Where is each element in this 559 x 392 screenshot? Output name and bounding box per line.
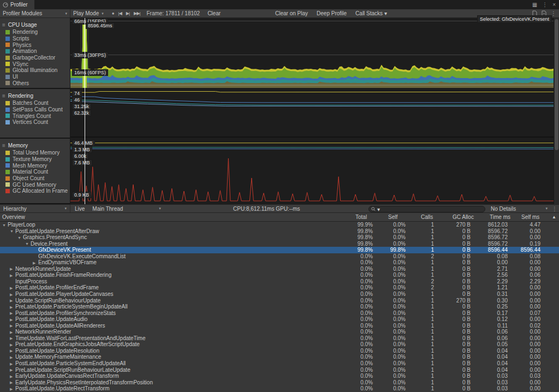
tree-expand-icon[interactable]: ▶ xyxy=(10,342,13,348)
call-stacks-dropdown[interactable]: Call Stacks ▾ xyxy=(355,10,387,16)
tree-collapse-icon[interactable]: ▼ xyxy=(10,228,14,235)
sort-ascending-icon[interactable]: ▲ xyxy=(552,215,556,219)
tree-expand-icon[interactable]: ▶ xyxy=(10,329,13,336)
tree-expand-icon[interactable]: ▶ xyxy=(10,348,13,354)
module-header[interactable]: ≡CPU Usage xyxy=(0,20,70,29)
module-counter-item[interactable]: Triangles Count xyxy=(0,112,70,119)
column-self[interactable]: Self xyxy=(388,214,397,220)
hierarchy-kebab-icon[interactable]: ⋮ xyxy=(552,206,557,212)
table-row[interactable]: ▼Device.Present99.8%0.0%10 B8596.720.19 xyxy=(0,241,559,247)
table-row[interactable]: ▶EarlyUpdate.PhysicsResetInterpolatedTra… xyxy=(0,379,559,386)
rendering-chart[interactable]: 744631.25k62.32k xyxy=(70,89,554,138)
tree-collapse-icon[interactable]: ▼ xyxy=(17,235,21,241)
table-row[interactable]: ▶EndDynamicVBOFrame0.0%0.0%10 B0.000.00 xyxy=(0,259,559,266)
live-toggle[interactable]: Live xyxy=(70,206,89,212)
tree-collapse-icon[interactable]: ▼ xyxy=(25,241,29,247)
search-filter-caret-icon[interactable]: ▾ xyxy=(377,206,380,212)
table-row[interactable]: ▶TimeUpdate.WaitForLastPresentationAndUp… xyxy=(0,335,559,342)
cpu-usage-chart[interactable]: Selected: GfxDeviceVK.Present 66ms (15FP… xyxy=(70,18,554,88)
table-row[interactable]: ▶PreLateUpdate.EndGraphicsJobsAfterScrip… xyxy=(0,341,559,348)
module-header[interactable]: ≡Memory xyxy=(0,141,70,150)
tree-expand-icon[interactable]: ▶ xyxy=(10,335,13,342)
module-counter-item[interactable]: UI xyxy=(0,74,70,80)
column-self-ms[interactable]: Self ms xyxy=(521,214,539,220)
table-row[interactable]: ▶PostLateUpdate.ProfilerEndFrame0.0%0.0%… xyxy=(0,284,559,291)
tree-expand-icon[interactable]: ▶ xyxy=(10,272,13,279)
table-row[interactable]: ▶PostLateUpdate.ProfilerSynchronizeStats… xyxy=(0,310,559,317)
layout-grid-icon[interactable]: ▦ xyxy=(532,2,537,8)
module-counter-item[interactable]: Scripts xyxy=(0,35,70,42)
tree-expand-icon[interactable]: ▶ xyxy=(10,354,13,361)
table-row[interactable]: ▼Graphics.PresentAndSync99.8%0.0%10 B859… xyxy=(0,234,559,241)
module-counter-item[interactable]: Global Illumination xyxy=(0,67,70,74)
profiler-tab[interactable]: Profiler xyxy=(0,0,34,9)
charts-scrollbar-thumb[interactable] xyxy=(555,19,558,150)
tree-expand-icon[interactable]: ▶ xyxy=(10,379,13,386)
table-row[interactable]: GfxDeviceVK.ExecuteCommandList0.0%0.0%20… xyxy=(0,253,559,260)
column-gc-alloc[interactable]: GC Alloc xyxy=(453,214,474,220)
tree-expand-icon[interactable]: ▶ xyxy=(10,367,13,373)
tree-expand-icon[interactable]: ▶ xyxy=(10,386,13,392)
module-counter-item[interactable]: SetPass Calls Count xyxy=(0,106,70,113)
overview-column-header[interactable]: Overview xyxy=(2,214,25,220)
details-dropdown[interactable]: No Details ▾ xyxy=(487,204,551,213)
module-counter-item[interactable]: Vertices Count xyxy=(0,119,70,126)
tree-expand-icon[interactable]: ▶ xyxy=(10,266,13,272)
tree-expand-icon[interactable]: ▶ xyxy=(10,310,13,317)
view-mode-dropdown[interactable]: Hierarchy ▾ xyxy=(0,205,70,212)
table-row[interactable]: ▶PostLateUpdate.UpdateResolution0.0%0.0%… xyxy=(0,348,559,354)
column-total[interactable]: Total xyxy=(355,214,367,220)
table-row[interactable]: ▶PreLateUpdate.ScriptRunBehaviourLateUpd… xyxy=(0,367,559,373)
next-frame-button[interactable]: ▶| xyxy=(124,11,132,16)
table-row[interactable]: GfxDeviceVK.Present99.8%99.8%10 B8596.44… xyxy=(0,247,559,253)
memory-chart[interactable]: 46.4 MB1.3 MB6.00k7.6 MB0.9 KB xyxy=(70,139,554,204)
table-row[interactable]: ▶PreLateUpdate.ParticleSystemBeginUpdate… xyxy=(0,304,559,310)
module-counter-item[interactable]: Rendering xyxy=(0,29,70,35)
table-row[interactable]: InputProcess0.0%0.0%20 B2.292.29 xyxy=(0,278,559,285)
module-counter-item[interactable]: Others xyxy=(0,80,70,87)
module-counter-item[interactable]: Animation xyxy=(0,48,70,55)
record-button[interactable]: ● xyxy=(110,11,116,16)
search-input[interactable]: ▾ xyxy=(368,206,485,212)
window-close-icon[interactable]: × xyxy=(552,2,556,8)
module-counter-item[interactable]: GC Used Memory xyxy=(0,181,70,188)
column-calls[interactable]: Calls xyxy=(421,214,433,220)
module-counter-item[interactable]: VSync xyxy=(0,61,70,67)
module-counter-item[interactable]: GC Allocated In Frame xyxy=(0,188,70,194)
table-row[interactable]: ▼PostLateUpdate.PresentAfterDraw99.8%0.0… xyxy=(0,228,559,235)
module-header[interactable]: ≡Rendering xyxy=(0,91,70,100)
table-row[interactable]: ▶PostLateUpdate.UpdateRectTransform0.0%0… xyxy=(0,385,559,392)
tree-expand-icon[interactable]: ▶ xyxy=(10,285,13,292)
table-row[interactable]: ▼PlayerLoop99.9%0.0%1270 B8612.034.47 xyxy=(0,222,559,228)
table-row[interactable]: ▶Update.MemoryFrameMaintenance0.0%0.0%10… xyxy=(0,354,559,360)
module-counter-item[interactable]: Texture Memory xyxy=(0,156,70,163)
tree-expand-icon[interactable]: ▶ xyxy=(10,292,13,298)
module-counter-item[interactable]: Material Count xyxy=(0,169,70,175)
module-counter-item[interactable]: Total Used Memory xyxy=(0,150,70,156)
profiler-modules-dropdown[interactable]: Profiler Modules ▾ xyxy=(0,9,70,17)
tree-expand-icon[interactable]: ▶ xyxy=(10,317,13,323)
tree-expand-icon[interactable]: ▶ xyxy=(10,298,13,304)
current-frame-button[interactable]: ▶▶| xyxy=(132,11,142,16)
clear-button[interactable]: Clear xyxy=(205,10,223,16)
charts-scrollbar[interactable] xyxy=(554,18,559,204)
table-row[interactable]: ▶Update.ScriptRunBehaviourUpdate0.0%0.0%… xyxy=(0,298,559,304)
tree-expand-icon[interactable]: ▶ xyxy=(33,260,35,266)
window-menu-icon[interactable]: ⋮ xyxy=(542,2,548,8)
module-counter-item[interactable]: Object Count xyxy=(0,175,70,182)
deep-profile-toggle[interactable]: Deep Profile xyxy=(317,10,347,16)
module-counter-item[interactable]: Batches Count xyxy=(0,100,70,106)
table-row[interactable]: ▶PostLateUpdate.ParticleSystemEndUpdateA… xyxy=(0,360,559,367)
column-time-ms[interactable]: Time ms xyxy=(490,214,510,220)
module-counter-item[interactable]: Physics xyxy=(0,41,70,48)
tree-expand-icon[interactable]: ▶ xyxy=(10,361,13,367)
table-row[interactable]: ▶PostLateUpdate.UpdateAllRenderers0.0%0.… xyxy=(0,323,559,329)
module-counter-item[interactable]: GarbageCollector xyxy=(0,55,70,61)
table-row[interactable]: ▶NetworkRunnerUpdate0.0%0.0%10 B2.710.00 xyxy=(0,266,559,272)
tree-collapse-icon[interactable]: ▼ xyxy=(2,222,6,229)
thread-dropdown[interactable]: Main Thread ▾ xyxy=(89,205,164,212)
table-row[interactable]: ▶NetworkRunnerRender0.0%0.0%10 B0.060.00 xyxy=(0,329,559,335)
table-row[interactable]: ▶PostLateUpdate.PlayerUpdateCanvases0.0%… xyxy=(0,291,559,298)
clear-on-play-toggle[interactable]: Clear on Play xyxy=(275,10,308,16)
tree-expand-icon[interactable]: ▶ xyxy=(10,373,13,380)
